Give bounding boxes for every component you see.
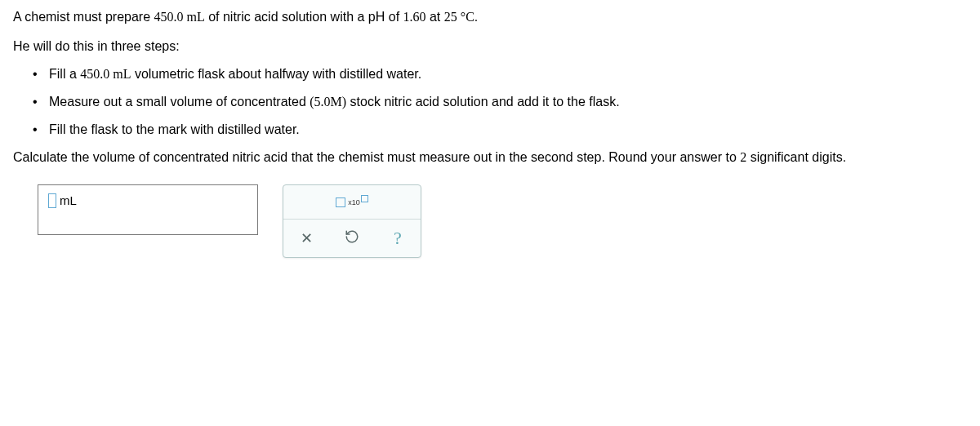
calculate-instruction: Calculate the volume of concentrated nit… bbox=[13, 150, 967, 165]
answer-input-box[interactable]: mL bbox=[38, 184, 258, 235]
text: significant digits. bbox=[746, 150, 846, 164]
volume-value: 450.0 mL bbox=[154, 10, 205, 24]
concentration-value: (5.0M) bbox=[310, 95, 346, 109]
toolbar-bottom-row: ✕ ? bbox=[283, 220, 421, 257]
text: at bbox=[426, 10, 444, 24]
text: volumetric flask about halfway with dist… bbox=[131, 67, 421, 81]
text: A chemist must prepare bbox=[13, 10, 154, 24]
undo-icon bbox=[345, 229, 359, 247]
text: Fill a bbox=[49, 67, 80, 81]
toolbar-panel: x10 ✕ ? bbox=[283, 184, 421, 258]
clear-button[interactable]: ✕ bbox=[288, 224, 324, 253]
help-button[interactable]: ? bbox=[380, 224, 416, 253]
question-icon: ? bbox=[394, 228, 402, 249]
ph-value: 1.60 bbox=[403, 10, 426, 24]
toolbar-top-row: x10 bbox=[283, 185, 421, 220]
sci-exp-icon bbox=[361, 195, 368, 202]
close-icon: ✕ bbox=[301, 229, 313, 247]
answer-unit: mL bbox=[60, 193, 77, 207]
intro-line-1: A chemist must prepare 450.0 mL of nitri… bbox=[13, 8, 967, 26]
sci-base-icon bbox=[336, 197, 345, 207]
reset-button[interactable] bbox=[334, 224, 370, 253]
steps-list: Fill a 450.0 mL volumetric flask about h… bbox=[13, 67, 967, 137]
step-2: Measure out a small volume of concentrat… bbox=[38, 95, 967, 109]
answer-row: mL x10 ✕ ? bbox=[38, 184, 967, 258]
sci-x10-label: x10 bbox=[348, 198, 360, 206]
step-1: Fill a 450.0 mL volumetric flask about h… bbox=[38, 67, 967, 82]
text: Measure out a small volume of concentrat… bbox=[49, 95, 310, 109]
temp-value: 25 °C bbox=[444, 10, 474, 24]
volume-value: 450.0 mL bbox=[80, 67, 131, 81]
sci-notation-button[interactable]: x10 bbox=[336, 195, 368, 209]
answer-input-placeholder-icon bbox=[48, 193, 56, 208]
step-3: Fill the flask to the mark with distille… bbox=[38, 122, 967, 137]
text: Calculate the volume of concentrated nit… bbox=[13, 150, 740, 164]
text: stock nitric acid solution and add it to… bbox=[346, 95, 619, 109]
text: . bbox=[474, 10, 478, 24]
text: of nitric acid solution with a pH of bbox=[205, 10, 403, 24]
steps-intro: He will do this in three steps: bbox=[13, 39, 967, 54]
